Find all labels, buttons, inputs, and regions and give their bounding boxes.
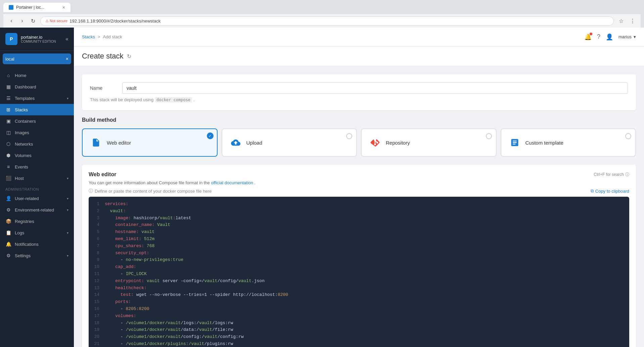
code-content: container_name: Vault bbox=[105, 222, 625, 229]
code-editor[interactable]: 1services:2 vault:3 image: hashicorp/vau… bbox=[89, 197, 629, 347]
sidebar-item-networks[interactable]: ⬡ Networks bbox=[0, 138, 74, 150]
reload-button[interactable]: ↻ bbox=[28, 16, 38, 26]
copy-to-clipboard-button[interactable]: ⧉ Copy to clipboard bbox=[591, 188, 629, 194]
env-section[interactable]: local × bbox=[3, 53, 71, 64]
name-input[interactable] bbox=[122, 82, 628, 94]
build-card-web-editor[interactable]: Web editor ✓ bbox=[82, 128, 218, 157]
bookmark-button[interactable]: ☆ bbox=[616, 16, 626, 26]
home-icon: ⌂ bbox=[5, 73, 11, 78]
upload-label: Upload bbox=[246, 140, 263, 146]
code-line: 21 - /volume1/docker/plugins:/vault/plug… bbox=[93, 341, 625, 347]
sidebar-item-events[interactable]: ≡ Events bbox=[0, 161, 74, 172]
sidebar-item-images[interactable]: ◫ Images bbox=[0, 127, 74, 138]
active-tab[interactable]: Portainer | loc... × bbox=[3, 3, 71, 12]
code-line: 5 hostname: vault bbox=[93, 229, 625, 236]
dashboard-icon: ▦ bbox=[5, 84, 11, 89]
not-secure-indicator: ⚠ Not secure bbox=[45, 19, 67, 23]
containers-icon: ▣ bbox=[5, 118, 11, 124]
build-methods-grid: Web editor ✓ Upload bbox=[82, 128, 636, 157]
sidebar-item-templates[interactable]: ☰ Templates ▾ bbox=[0, 92, 74, 104]
chevron-down-icon: ▾ bbox=[67, 254, 68, 258]
close-tab-button[interactable]: × bbox=[62, 5, 65, 10]
sidebar-item-label: Registries bbox=[15, 219, 68, 224]
help-icon[interactable]: ? bbox=[597, 33, 600, 40]
code-line: 9 - no-new-privileges:true bbox=[93, 257, 625, 264]
sidebar-item-containers[interactable]: ▣ Containers bbox=[0, 115, 74, 127]
templates-icon: ☰ bbox=[5, 95, 11, 101]
sidebar-item-settings[interactable]: ⚙ Settings ▾ bbox=[0, 250, 74, 261]
sidebar-item-volumes[interactable]: ⬢ Volumes bbox=[0, 150, 74, 161]
sidebar-item-home[interactable]: ⌂ Home bbox=[0, 70, 74, 81]
code-line: 18 - /volume1/docker/vault/logs:/vault/l… bbox=[93, 320, 625, 327]
sidebar-item-logs[interactable]: 📋 Logs ▾ bbox=[0, 227, 74, 238]
sidebar-item-label: Logs bbox=[15, 230, 63, 235]
sidebar-collapse-button[interactable]: « bbox=[65, 36, 68, 42]
notification-bell[interactable]: 🔔 bbox=[584, 33, 592, 41]
admin-section-label: Administration bbox=[0, 184, 74, 193]
sidebar-item-stacks[interactable]: ⊞ Stacks bbox=[0, 104, 74, 115]
code-line: 8 security_opt: bbox=[93, 250, 625, 257]
build-card-upload[interactable]: Upload bbox=[222, 128, 357, 157]
name-form-card: Name This stack will be deployed using d… bbox=[82, 74, 636, 110]
tab-title: Portainer | loc... bbox=[16, 5, 60, 10]
sidebar: P portainer.io COMMUNITY EDITION « local… bbox=[0, 28, 74, 347]
sidebar-item-label: Containers bbox=[15, 119, 68, 124]
line-number: 11 bbox=[93, 271, 99, 278]
breadcrumb-current: Add stack bbox=[103, 34, 122, 39]
sidebar-item-dashboard[interactable]: ▦ Dashboard bbox=[0, 81, 74, 92]
header-user[interactable]: marius ▾ bbox=[618, 34, 636, 39]
sidebar-item-notifications[interactable]: 🔔 Notifications bbox=[0, 238, 74, 250]
code-line: 16 - 8205:8200 bbox=[93, 306, 625, 313]
code-line: 3 image: hashicorp/vault:latest bbox=[93, 215, 625, 222]
build-card-repository[interactable]: Repository bbox=[361, 128, 497, 157]
sidebar-item-host[interactable]: ⬛ Host ▾ bbox=[0, 172, 74, 184]
events-icon: ≡ bbox=[5, 164, 11, 169]
question-icon: ⓘ bbox=[625, 172, 629, 178]
line-number: 10 bbox=[93, 264, 99, 271]
env-close-button[interactable]: × bbox=[66, 56, 68, 62]
logo-sub: COMMUNITY EDITION bbox=[21, 40, 56, 43]
back-button[interactable]: ‹ bbox=[7, 16, 16, 26]
sidebar-item-label: Events bbox=[15, 164, 68, 169]
name-form-row: Name bbox=[90, 82, 628, 94]
sidebar-item-label: Volumes bbox=[15, 153, 68, 158]
address-bar[interactable]: ⚠ Not secure 192.168.1.18:9000/#/2/docke… bbox=[40, 16, 614, 26]
code-line: 4 container_name: Vault bbox=[93, 222, 625, 229]
toolbar-actions: ☆ ⋮ bbox=[616, 16, 637, 26]
user-icon[interactable]: 👤 bbox=[606, 33, 613, 41]
sidebar-item-env-related[interactable]: ⚙ Environment-related ▾ bbox=[0, 204, 74, 216]
line-number: 16 bbox=[93, 306, 99, 313]
line-number: 8 bbox=[93, 250, 99, 257]
line-number: 17 bbox=[93, 313, 99, 320]
code-line: 14 test: wget --no-verbose --tries=1 --s… bbox=[93, 292, 625, 299]
line-number: 20 bbox=[93, 334, 99, 341]
page-title-bar: Create stack ↻ bbox=[74, 46, 644, 66]
code-content: test: wget --no-verbose --tries=1 --spid… bbox=[105, 292, 625, 299]
forward-button[interactable]: › bbox=[17, 16, 27, 26]
sidebar-item-registries[interactable]: 📦 Registries bbox=[0, 216, 74, 227]
copy-icon: ⧉ bbox=[591, 188, 594, 194]
editor-description: You can get more information about Compo… bbox=[89, 180, 629, 185]
chevron-down-icon: ▾ bbox=[67, 231, 68, 235]
sidebar-item-label: Environment-related bbox=[15, 207, 63, 213]
upload-icon bbox=[229, 136, 242, 149]
official-docs-link[interactable]: official documentation bbox=[211, 180, 253, 185]
logo-text: portainer.io bbox=[21, 35, 56, 40]
code-content: mem_limit: 512m bbox=[105, 236, 625, 243]
logo-text-block: portainer.io COMMUNITY EDITION bbox=[21, 35, 56, 43]
settings-icon: ⚙ bbox=[5, 253, 11, 258]
page-title: Create stack bbox=[82, 52, 124, 61]
browser-tabs: Portainer | loc... × bbox=[3, 3, 641, 12]
more-options-button[interactable]: ⋮ bbox=[628, 16, 637, 26]
sidebar-item-label: Images bbox=[15, 130, 68, 135]
refresh-icon[interactable]: ↻ bbox=[127, 53, 131, 60]
line-number: 13 bbox=[93, 285, 99, 292]
code-line: 15 ports: bbox=[93, 299, 625, 306]
breadcrumb-stacks-link[interactable]: Stacks bbox=[82, 34, 95, 39]
name-label: Name bbox=[90, 85, 117, 91]
deploy-hint: This stack will be deployed using docker… bbox=[90, 97, 628, 102]
code-content: image: hashicorp/vault:latest bbox=[105, 215, 625, 222]
sidebar-item-user-related[interactable]: 👤 User-related ▾ bbox=[0, 193, 74, 204]
build-card-custom-template[interactable]: Custom template bbox=[501, 128, 636, 157]
nav-buttons: ‹ › ↻ bbox=[7, 16, 38, 26]
